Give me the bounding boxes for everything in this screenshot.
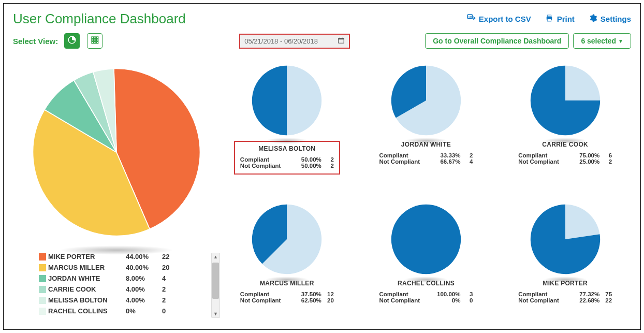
noncompliant-pct: 0% xyxy=(430,297,460,303)
noncompliant-pct: 66.67% xyxy=(430,158,460,165)
compliant-count: 3 xyxy=(462,291,473,297)
chevron-down-icon: ▼ xyxy=(618,38,623,44)
legend-pct: 0% xyxy=(126,307,162,315)
user-card[interactable]: MELISSA BOLTON Compliant 50.00% 2 Not Co… xyxy=(225,64,349,189)
compliant-count: 2 xyxy=(462,152,473,158)
compliant-count: 12 xyxy=(324,291,334,297)
user-stats: Compliant 33.33% 2 Not Compliant 66.67% … xyxy=(379,152,473,165)
print-button[interactable]: Print xyxy=(545,13,575,24)
header-actions: CSV Export to CSV Print Settings xyxy=(466,13,631,24)
grid-icon xyxy=(91,36,99,46)
legend-name: MARCUS MILLER xyxy=(48,264,126,271)
settings-button[interactable]: Settings xyxy=(588,13,631,24)
svg-rect-6 xyxy=(94,37,96,38)
legend-pct: 44.00% xyxy=(126,253,162,260)
legend-row[interactable]: CARRIE COOK 4.00% 2 xyxy=(39,285,207,293)
calendar-button[interactable] xyxy=(333,35,349,48)
scrollbar-thumb[interactable] xyxy=(212,263,219,299)
compliant-label: Compliant xyxy=(379,152,428,158)
noncompliant-label: Not Compliant xyxy=(518,158,567,165)
date-range-picker[interactable] xyxy=(239,34,350,49)
user-stats: Compliant 37.50% 12 Not Compliant 62.50%… xyxy=(240,291,334,303)
overview-legend: MIKE PORTER 44.00% 22 MARCUS MILLER 40.0… xyxy=(39,253,220,318)
export-csv-button[interactable]: CSV Export to CSV xyxy=(466,13,531,24)
user-grid: MELISSA BOLTON Compliant 50.00% 2 Not Co… xyxy=(225,64,631,318)
user-stats: Compliant 50.00% 2 Not Compliant 50.00% … xyxy=(240,156,334,169)
compliant-pct: 50.00% xyxy=(291,156,321,163)
compliant-count: 6 xyxy=(602,152,612,158)
printer-icon xyxy=(545,13,554,24)
noncompliant-count: 2 xyxy=(602,158,612,165)
user-pie-chart xyxy=(529,203,602,276)
compliant-label: Compliant xyxy=(240,291,289,297)
go-to-overall-dashboard-button[interactable]: Go to Overall Compliance Dashboard xyxy=(425,33,569,49)
compliant-label: Compliant xyxy=(518,152,567,158)
user-stats: Compliant 77.32% 75 Not Compliant 22.68%… xyxy=(518,291,612,303)
legend-count: 2 xyxy=(162,285,178,293)
csv-export-icon: CSV xyxy=(466,13,476,24)
legend-row[interactable]: MARCUS MILLER 40.00% 20 xyxy=(39,264,207,271)
svg-rect-11 xyxy=(92,41,93,43)
pie-shadow xyxy=(544,277,587,283)
user-card[interactable]: JORDAN WHITE Compliant 33.33% 2 Not Comp… xyxy=(364,64,488,189)
svg-rect-13 xyxy=(97,41,98,43)
svg-rect-9 xyxy=(94,39,96,41)
user-card[interactable]: RACHEL COLLINS Compliant 100.00% 3 Not C… xyxy=(364,203,488,318)
noncompliant-count: 20 xyxy=(324,297,334,303)
view-toggle-grid[interactable] xyxy=(87,33,103,49)
compliant-pct: 33.33% xyxy=(430,152,460,158)
compliant-count: 2 xyxy=(324,156,334,163)
legend-swatch xyxy=(39,275,46,282)
legend-scrollbar[interactable]: ▲ ▼ xyxy=(211,253,220,318)
right-controls: Go to Overall Compliance Dashboard 6 sel… xyxy=(425,33,631,49)
noncompliant-count: 2 xyxy=(324,163,334,169)
noncompliant-count: 4 xyxy=(462,158,473,165)
legend-row[interactable]: MIKE PORTER 44.00% 22 xyxy=(39,253,207,260)
legend-swatch xyxy=(39,286,46,293)
legend-count: 22 xyxy=(162,253,178,260)
user-pie-chart xyxy=(251,203,323,276)
compliant-label: Compliant xyxy=(518,291,567,297)
svg-point-18 xyxy=(391,205,461,274)
legend-pct: 40.00% xyxy=(126,264,162,271)
legend-row[interactable]: RACHEL COLLINS 0% 0 xyxy=(39,307,207,315)
compliant-label: Compliant xyxy=(240,156,289,163)
user-pie-chart xyxy=(529,64,602,137)
legend-name: CARRIE COOK xyxy=(48,285,126,293)
legend-count: 4 xyxy=(162,274,178,282)
user-card[interactable]: MIKE PORTER Compliant 77.32% 75 Not Comp… xyxy=(503,203,627,318)
noncompliant-pct: 50.00% xyxy=(291,163,321,169)
legend-row[interactable]: JORDAN WHITE 8.00% 4 xyxy=(39,274,207,282)
svg-rect-10 xyxy=(97,39,98,41)
controls-row: Select View: Go to xyxy=(13,33,631,49)
noncompliant-label: Not Compliant xyxy=(379,297,428,303)
legend-name: JORDAN WHITE xyxy=(48,274,126,282)
user-card[interactable]: MARCUS MILLER Compliant 37.50% 12 Not Co… xyxy=(225,203,349,318)
pie-shadow xyxy=(265,277,309,283)
noncompliant-label: Not Compliant xyxy=(240,297,289,303)
legend-count: 2 xyxy=(162,296,178,304)
scroll-down-icon: ▼ xyxy=(213,311,218,316)
legend-swatch xyxy=(39,253,46,260)
compliant-pct: 77.32% xyxy=(569,291,599,297)
legend-row[interactable]: MELISSA BOLTON 4.00% 2 xyxy=(39,296,207,304)
legend-count: 0 xyxy=(162,307,178,315)
user-pie-chart xyxy=(390,64,462,137)
legend-swatch xyxy=(39,297,46,304)
header: User Compliance Dashboard CSV Export to … xyxy=(13,11,631,27)
legend-name: MIKE PORTER xyxy=(48,253,126,260)
svg-text:CSV: CSV xyxy=(469,16,473,18)
page-title: User Compliance Dashboard xyxy=(13,11,186,27)
user-pie-chart xyxy=(390,203,462,276)
user-card[interactable]: CARRIE COOK Compliant 75.00% 6 Not Compl… xyxy=(503,64,627,189)
noncompliant-pct: 25.00% xyxy=(569,158,599,165)
pie-chart-icon xyxy=(67,35,77,47)
noncompliant-pct: 62.50% xyxy=(291,297,321,303)
compliant-pct: 75.00% xyxy=(569,152,599,158)
noncompliant-label: Not Compliant xyxy=(240,163,289,169)
view-toggle-chart[interactable] xyxy=(64,33,80,49)
date-range-input[interactable] xyxy=(240,35,333,48)
overview-pie-chart xyxy=(28,64,204,240)
selected-count-dropdown[interactable]: 6 selected ▼ xyxy=(573,33,631,49)
svg-rect-5 xyxy=(92,37,93,38)
